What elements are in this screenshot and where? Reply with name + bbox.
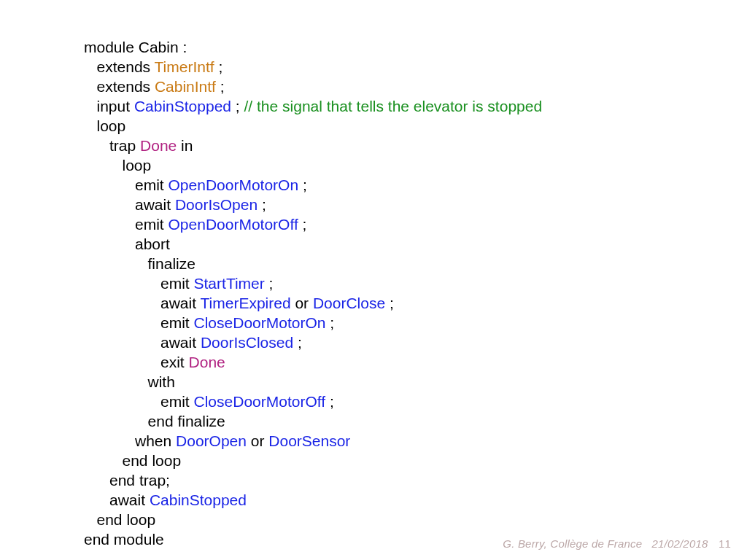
code-token: ; bbox=[216, 78, 225, 95]
code-token: in bbox=[177, 137, 193, 154]
code-token: emit bbox=[84, 216, 169, 233]
code-token: TimerExpired bbox=[201, 295, 291, 311]
code-token: end finalize bbox=[84, 413, 225, 429]
code-token: end trap; bbox=[84, 472, 170, 489]
code-token: or bbox=[247, 432, 268, 449]
code-token: ; bbox=[385, 295, 394, 311]
code-token: CabinStopped bbox=[150, 491, 247, 508]
code-token: loop bbox=[84, 157, 151, 174]
code-token: extends bbox=[84, 58, 155, 75]
code-token: CloseDoorMotorOff bbox=[194, 393, 326, 410]
code-token: Done bbox=[140, 137, 177, 154]
code-token: CabinIntf bbox=[155, 78, 216, 95]
code-token: finalize bbox=[84, 255, 196, 272]
footer-page: 11 bbox=[719, 537, 731, 550]
code-token: ; bbox=[214, 58, 223, 75]
code-token: TimerIntf bbox=[155, 58, 214, 75]
code-token: ; bbox=[258, 196, 266, 213]
code-token: OpenDoorMotorOff bbox=[169, 216, 298, 233]
code-token: await bbox=[84, 334, 201, 351]
code-token: ; bbox=[325, 393, 334, 410]
footer: G. Berry, Collège de France 21/02/2018 1… bbox=[503, 537, 731, 550]
code-token: Done bbox=[189, 354, 225, 370]
code-token: await bbox=[84, 196, 175, 213]
code-token: with bbox=[84, 373, 175, 390]
code-token: ; bbox=[298, 176, 307, 193]
code-token: ; bbox=[298, 216, 307, 233]
code-token: end loop bbox=[84, 511, 155, 528]
code-token: end module bbox=[84, 531, 164, 548]
code-token: abort bbox=[84, 236, 170, 252]
code-token: StartTimer bbox=[194, 275, 265, 292]
code-token: DoorIsOpen bbox=[175, 196, 258, 213]
code-token: ; bbox=[231, 98, 244, 114]
code-token: extends bbox=[84, 78, 155, 95]
code-token: CabinStopped bbox=[134, 98, 231, 114]
slide: module Cabin : extends TimerIntf ; exten… bbox=[0, 0, 747, 560]
code-token: emit bbox=[84, 275, 194, 292]
code-token: or bbox=[291, 295, 313, 311]
code-token: loop bbox=[84, 117, 125, 134]
code-token: when bbox=[84, 432, 176, 449]
code-token: DoorSensor bbox=[268, 432, 350, 449]
code-token: DoorClose bbox=[313, 295, 385, 311]
code-token: end loop bbox=[84, 452, 181, 469]
code-token: module Cabin : bbox=[84, 39, 187, 55]
code-token: await bbox=[84, 295, 201, 311]
code-token: ; bbox=[265, 275, 274, 292]
code-token: exit bbox=[84, 354, 189, 370]
footer-author: G. Berry, Collège de France bbox=[503, 537, 642, 550]
footer-date: 21/02/2018 bbox=[651, 537, 708, 550]
code-token: ; bbox=[325, 314, 334, 331]
code-token: input bbox=[84, 98, 134, 114]
code-token: emit bbox=[84, 393, 194, 410]
code-token: DoorOpen bbox=[176, 432, 247, 449]
code-block: module Cabin : extends TimerIntf ; exten… bbox=[84, 18, 542, 549]
code-token: emit bbox=[84, 314, 194, 331]
code-token: ; bbox=[293, 334, 302, 351]
code-token: trap bbox=[84, 137, 140, 154]
code-token: CloseDoorMotorOn bbox=[194, 314, 326, 331]
code-comment: // the signal that tells the elevator is… bbox=[244, 98, 543, 114]
code-token: await bbox=[84, 491, 150, 508]
code-token: DoorIsClosed bbox=[201, 334, 293, 351]
code-token: OpenDoorMotorOn bbox=[169, 176, 299, 193]
code-token: emit bbox=[84, 176, 169, 193]
